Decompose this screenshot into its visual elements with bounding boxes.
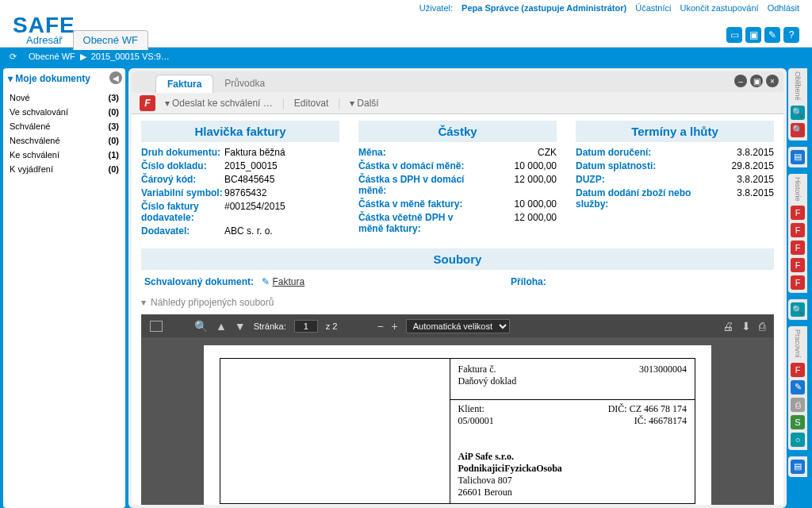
pdf-zoom-out-icon[interactable]: − xyxy=(377,320,383,333)
pdf-find-icon[interactable]: 🔍 xyxy=(194,320,208,333)
document-toolbar: F ▾Odeslat ke schválení … | Editovat | ▾… xyxy=(132,92,783,114)
rail-hist-3-icon[interactable]: F xyxy=(791,241,805,255)
rail-group-2: ▤ xyxy=(788,147,807,167)
link-ucastnici[interactable]: Účastníci xyxy=(635,3,671,13)
sidebar-item-schvalene[interactable]: Schválené(3) xyxy=(8,119,121,133)
pdf-viewer: 🔍 ▲ ▼ Stránka: z 2 − + Automatická velik… xyxy=(141,314,774,505)
minimize-icon[interactable]: – xyxy=(734,75,747,87)
rail-group-pracovni: Pracovní F ✎ ⎙ S ○ xyxy=(788,326,807,450)
rail-work-4-icon[interactable]: S xyxy=(791,415,805,429)
approved-doc-label: Schvalovaný dokument: xyxy=(144,276,254,287)
sidebar-item-ke-schvaleni[interactable]: Ke schválení(1) xyxy=(8,148,121,162)
link-ukoncit-zastupovani[interactable]: Ukončit zastupování xyxy=(680,3,759,13)
section-hlavicka: Hlavička faktury Druh dokumentu:Faktura … xyxy=(141,121,339,239)
rail-search3-icon[interactable]: 🔍 xyxy=(791,302,805,317)
sidebar-item-neschvalene[interactable]: Neschválené(0) xyxy=(8,133,121,148)
header-icon-2[interactable]: ▣ xyxy=(745,27,761,43)
breadcrumb-item[interactable]: 2015_00015 VS:9… xyxy=(91,52,170,61)
section-soubory-title: Soubory xyxy=(141,248,774,270)
pdf-next-page-icon[interactable]: ▼ xyxy=(235,320,246,333)
rail-group-4: 🔍 xyxy=(788,299,807,320)
toolbar-dalsi[interactable]: ▾Další xyxy=(350,98,378,109)
main-area: ◀ ▾ Moje dokumenty Nové(3) Ve schvalován… xyxy=(0,65,812,508)
pdf-page-total: z 2 xyxy=(326,321,338,331)
tab-adresar[interactable]: Adresář xyxy=(16,30,73,50)
pdf-zoom-select[interactable]: Automatická velikost xyxy=(406,319,510,333)
rail-hist-4-icon[interactable]: F xyxy=(791,258,805,272)
primary-tabs: Adresář Obecné WF xyxy=(16,30,148,50)
maximize-icon[interactable]: ▣ xyxy=(750,75,763,87)
rail-group-historie: Historie F F F F F xyxy=(788,174,807,294)
rail-work-2-icon[interactable]: ✎ xyxy=(791,380,805,394)
previews-toggle[interactable]: ▾ Náhledy připojených souborů xyxy=(141,294,774,311)
refresh-icon[interactable]: ⟳ xyxy=(10,52,17,62)
chevron-right-icon: ▶ xyxy=(80,52,86,62)
header-icon-3[interactable]: ✎ xyxy=(764,27,780,43)
link-odhlasit[interactable]: Odhlásit xyxy=(768,3,799,13)
pdf-zoom-in-icon[interactable]: + xyxy=(392,320,398,333)
rail-search-icon[interactable]: 🔍 xyxy=(791,106,805,120)
section-terminy: Termíny a lhůty Datum doručení:3.8.2015 … xyxy=(576,121,774,239)
toolbar-editovat[interactable]: Editovat xyxy=(294,98,328,109)
section-hlavicka-title: Hlavička faktury xyxy=(141,121,339,142)
rail-work-3-icon[interactable]: ⎙ xyxy=(791,398,805,412)
header-icon-1[interactable]: ▭ xyxy=(726,27,742,43)
attachment-label: Příloha: xyxy=(511,276,546,287)
rail-work-1-icon[interactable]: F xyxy=(791,363,805,377)
rail-doc-icon[interactable]: ▤ xyxy=(791,150,805,164)
user-label: Uživatel: xyxy=(419,3,453,13)
attachment-icon: ✎ xyxy=(262,276,270,287)
pdf-page-input[interactable] xyxy=(294,320,318,333)
rail-group-6: ▤ xyxy=(788,456,807,477)
left-sidebar: ◀ ▾ Moje dokumenty Nové(3) Ve schvalován… xyxy=(3,68,125,508)
pdf-tools-icon[interactable]: ⎙ xyxy=(759,320,765,333)
doc-tab-pruvodka[interactable]: Průvodka xyxy=(213,75,276,92)
rail-label-oblibene: Oblíbené xyxy=(794,71,802,101)
pdf-page-area[interactable]: Faktura č.3013000004 Daňový doklad Klien… xyxy=(142,337,773,505)
sidebar-item-ve-schvalovani[interactable]: Ve schvalování(0) xyxy=(8,105,121,119)
pdf-prev-page-icon[interactable]: ▲ xyxy=(216,320,227,333)
help-icon[interactable]: ? xyxy=(783,27,799,43)
section-castky: Částky Měna:CZK Částka v domácí měně:10 … xyxy=(358,121,557,239)
rail-work-5-icon[interactable]: ○ xyxy=(791,433,805,447)
sidebar-item-k-vyjadreni[interactable]: K vyjádření(0) xyxy=(8,162,121,176)
section-terminy-title: Termíny a lhůty xyxy=(576,121,774,142)
user-name[interactable]: Pepa Správce (zastupuje Administrátor) xyxy=(462,3,626,13)
toolbar-odeslat[interactable]: ▾Odeslat ke schválení … xyxy=(165,98,273,109)
chevron-down-icon: ▾ xyxy=(141,297,146,308)
sidebar-title: Moje dokumenty xyxy=(15,73,90,84)
document-body: Hlavička faktury Druh dokumentu:Faktura … xyxy=(132,114,783,505)
user-area: Uživatel: Pepa Správce (zastupuje Admini… xyxy=(413,3,799,13)
collapse-sidebar-icon[interactable]: ◀ xyxy=(109,71,122,84)
pdf-print-icon[interactable]: 🖨 xyxy=(722,320,733,333)
center-panel: Faktura Průvodka – ▣ × F ▾Odeslat ke sch… xyxy=(128,68,809,508)
sidebar-item-nove[interactable]: Nové(3) xyxy=(8,90,121,105)
section-soubory: Soubory Schvalovaný dokument: ✎ Faktura … xyxy=(141,248,774,505)
rail-hist-1-icon[interactable]: F xyxy=(791,206,805,220)
pdf-toolbar: 🔍 ▲ ▼ Stránka: z 2 − + Automatická velik… xyxy=(142,315,773,337)
invoice-type-icon: F xyxy=(140,95,155,111)
document-tabs: Faktura Průvodka – ▣ × xyxy=(132,71,783,92)
rail-hist-2-icon[interactable]: F xyxy=(791,223,805,237)
rail-label-historie: Historie xyxy=(794,177,802,202)
pdf-page: Faktura č.3013000004 Daňový doklad Klien… xyxy=(204,345,711,505)
header-icon-bar: ▭ ▣ ✎ ? xyxy=(726,27,799,43)
app-header: SAFE Adresář Obecné WF Uživatel: Pepa Sp… xyxy=(0,0,812,48)
close-icon[interactable]: × xyxy=(766,75,779,87)
rail-group-oblibene: Oblíbené 🔍 🔍 xyxy=(788,68,807,140)
section-castky-title: Částky xyxy=(358,121,557,142)
pdf-download-icon[interactable]: ⬇ xyxy=(741,320,751,333)
rail-hist-5-icon[interactable]: F xyxy=(791,275,805,290)
pdf-page-label: Stránka: xyxy=(254,321,286,331)
doc-tab-faktura[interactable]: Faktura xyxy=(155,75,213,93)
rail-search2-icon[interactable]: 🔍 xyxy=(791,123,805,137)
right-rail: Oblíbené 🔍 🔍 ▤ Historie F F F F F 🔍 Prac… xyxy=(787,68,809,508)
pdf-sidebar-toggle-icon[interactable] xyxy=(150,321,163,332)
approved-doc-link[interactable]: Faktura xyxy=(272,276,304,287)
rail-bottom-icon[interactable]: ▤ xyxy=(791,460,805,474)
rail-label-pracovni: Pracovní xyxy=(794,329,802,358)
breadcrumb-root[interactable]: Obecné WF xyxy=(29,52,75,61)
tab-obecne-wf[interactable]: Obecné WF xyxy=(73,30,148,50)
breadcrumb: ⟳ Obecné WF ▶ 2015_00015 VS:9… xyxy=(0,48,812,65)
document-window: Faktura Průvodka – ▣ × F ▾Odeslat ke sch… xyxy=(128,68,787,508)
